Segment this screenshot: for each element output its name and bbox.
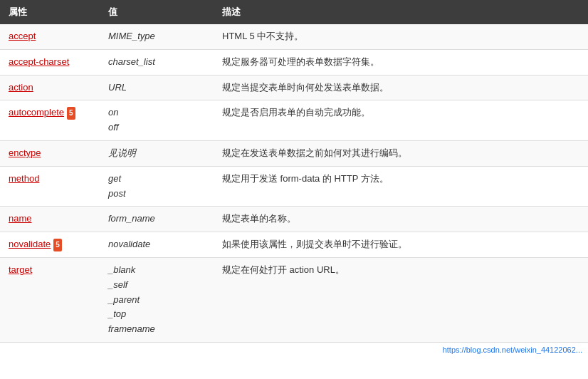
html5-badge: 5 — [67, 107, 75, 120]
desc-text: 规定表单的名称。 — [222, 213, 296, 224]
desc-text: 规定服务器可处理的表单数据字符集。 — [222, 56, 379, 67]
table-body: acceptMIME_typeHTML 5 中不支持。accept-charse… — [0, 24, 588, 342]
val-cell: novalidate — [100, 232, 214, 258]
footer-link[interactable]: https://blog.csdn.net/weixin_44122062... — [0, 343, 588, 357]
attr-name: target — [9, 264, 32, 275]
val-cell: URL — [100, 75, 214, 100]
table-row: methodgetpost规定用于发送 form-data 的 HTTP 方法。 — [0, 166, 588, 207]
attr-cell[interactable]: accept — [0, 24, 100, 49]
desc-cell: 规定服务器可处理的表单数据字符集。 — [214, 49, 588, 75]
table-row: novalidate5novalidate如果使用该属性，则提交表单时不进行验证… — [0, 232, 588, 258]
attr-name: novalidate — [9, 239, 51, 249]
val-cell: 见说明 — [100, 140, 214, 166]
desc-cell: 规定在发送表单数据之前如何对其进行编码。 — [214, 140, 588, 166]
desc-text: HTML 5 中不支持。 — [222, 31, 303, 41]
table-row: actionURL规定当提交表单时向何处发送表单数据。 — [0, 75, 588, 100]
desc-text: 规定用于发送 form-data 的 HTTP 方法。 — [222, 173, 389, 184]
table-row: target_blank_self_parent_topframename规定在… — [0, 257, 588, 342]
attr-cell[interactable]: accept-charset — [0, 49, 100, 75]
val-cell: charset_list — [100, 49, 214, 75]
attr-cell[interactable]: autocomplete5 — [0, 100, 100, 141]
attr-cell[interactable]: enctype — [0, 140, 100, 166]
desc-text: 规定在何处打开 action URL。 — [222, 264, 345, 275]
table-row: acceptMIME_typeHTML 5 中不支持。 — [0, 24, 588, 49]
table-row: enctype见说明规定在发送表单数据之前如何对其进行编码。 — [0, 140, 588, 166]
attr-name: name — [9, 213, 32, 224]
attr-cell[interactable]: target — [0, 257, 100, 342]
desc-text: 规定在发送表单数据之前如何对其进行编码。 — [222, 147, 407, 158]
attributes-table: 属性 值 描述 acceptMIME_typeHTML 5 中不支持。accep… — [0, 0, 588, 343]
val-cell: form_name — [100, 207, 214, 232]
attr-name: method — [9, 173, 39, 184]
desc-text: 如果使用该属性，则提交表单时不进行验证。 — [222, 239, 407, 249]
attr-name: autocomplete — [9, 107, 64, 118]
header-val: 值 — [100, 0, 214, 24]
desc-cell: 规定在何处打开 action URL。 — [214, 257, 588, 342]
attr-name: enctype — [9, 147, 41, 158]
desc-cell: 规定当提交表单时向何处发送表单数据。 — [214, 75, 588, 100]
desc-text: 规定是否启用表单的自动完成功能。 — [222, 107, 370, 118]
header-desc: 描述 — [214, 0, 588, 24]
val-cell: MIME_type — [100, 24, 214, 49]
attr-cell[interactable]: novalidate5 — [0, 232, 100, 258]
desc-cell: 规定表单的名称。 — [214, 207, 588, 232]
attr-cell[interactable]: method — [0, 166, 100, 207]
table-row: autocomplete5onoff规定是否启用表单的自动完成功能。 — [0, 100, 588, 141]
val-cell: getpost — [100, 166, 214, 207]
attr-name: accept-charset — [9, 56, 69, 67]
table-row: nameform_name规定表单的名称。 — [0, 207, 588, 232]
desc-cell: 规定是否启用表单的自动完成功能。 — [214, 100, 588, 141]
attr-cell[interactable]: name — [0, 207, 100, 232]
attr-name: action — [9, 82, 33, 93]
desc-cell: 规定用于发送 form-data 的 HTTP 方法。 — [214, 166, 588, 207]
desc-text: 规定当提交表单时向何处发送表单数据。 — [222, 82, 389, 93]
html5-badge: 5 — [53, 239, 62, 251]
table-header: 属性 值 描述 — [0, 0, 588, 24]
attr-name: accept — [9, 31, 36, 41]
attr-cell[interactable]: action — [0, 75, 100, 100]
val-cell: _blank_self_parent_topframename — [100, 257, 214, 342]
val-cell: onoff — [100, 100, 214, 141]
header-attr: 属性 — [0, 0, 100, 24]
desc-cell: HTML 5 中不支持。 — [214, 24, 588, 49]
desc-cell: 如果使用该属性，则提交表单时不进行验证。 — [214, 232, 588, 258]
table-row: accept-charsetcharset_list规定服务器可处理的表单数据字… — [0, 49, 588, 75]
